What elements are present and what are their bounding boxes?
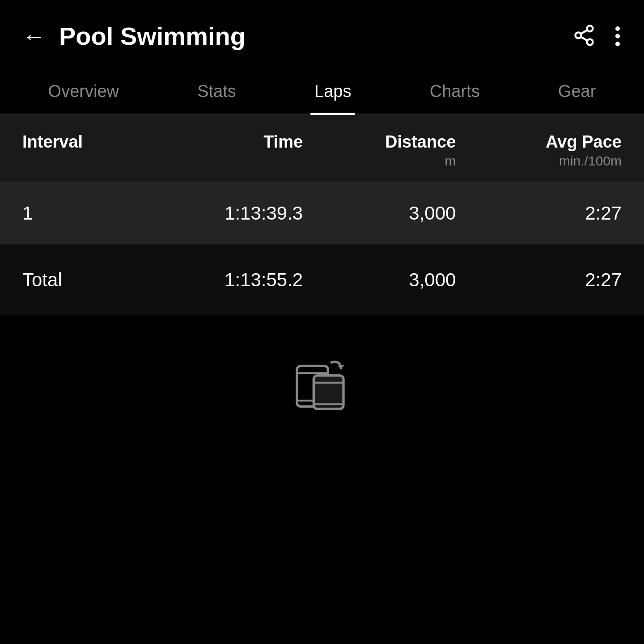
cell-interval: 1 (22, 203, 150, 224)
header-right (572, 24, 622, 49)
total-label: Total (22, 269, 150, 291)
total-time: 1:13:55.2 (150, 269, 303, 291)
sync-area (0, 315, 644, 460)
dot-3 (615, 42, 620, 46)
dot-1 (615, 26, 620, 31)
table-row[interactable]: 1 1:13:39.3 3,000 2:27 (0, 182, 644, 245)
table-header: Interval Time Distance m Avg Pace min./1… (0, 114, 644, 182)
share-icon[interactable] (572, 24, 596, 49)
col-interval-label: Interval (22, 132, 83, 152)
col-time: Time (150, 132, 303, 169)
col-avg-pace-unit: min./100m (559, 153, 622, 169)
total-distance: 3,000 (303, 269, 456, 291)
col-time-label: Time (263, 132, 303, 152)
cell-avg-pace: 2:27 (456, 203, 622, 224)
tab-overview[interactable]: Overview (39, 68, 128, 114)
col-avg-pace: Avg Pace min./100m (456, 132, 622, 169)
cell-distance: 3,000 (303, 203, 456, 224)
back-button[interactable]: ← (22, 23, 46, 50)
col-avg-pace-label: Avg Pace (546, 132, 622, 152)
page-title: Pool Swimming (59, 21, 246, 51)
col-distance: Distance m (303, 132, 456, 169)
col-interval: Interval (22, 132, 150, 169)
svg-line-4 (581, 30, 588, 34)
dot-2 (615, 34, 620, 38)
more-menu-button[interactable] (614, 25, 622, 48)
tab-laps[interactable]: Laps (305, 68, 360, 114)
col-distance-label: Distance (385, 132, 456, 152)
tab-stats[interactable]: Stats (188, 68, 245, 114)
total-avg-pace: 2:27 (456, 269, 622, 291)
header: ← Pool Swimming (0, 0, 644, 68)
laps-table: Interval Time Distance m Avg Pace min./1… (0, 114, 644, 245)
col-distance-unit: m (445, 153, 456, 169)
header-left: ← Pool Swimming (22, 21, 246, 51)
svg-line-3 (581, 37, 588, 41)
tab-gear[interactable]: Gear (549, 68, 605, 114)
cell-time: 1:13:39.3 (150, 203, 303, 224)
tab-charts[interactable]: Charts (421, 68, 489, 114)
device-sync-icon (291, 360, 353, 415)
tabs-bar: Overview Stats Laps Charts Gear (0, 68, 644, 114)
total-row: Total 1:13:55.2 3,000 2:27 (0, 245, 644, 315)
